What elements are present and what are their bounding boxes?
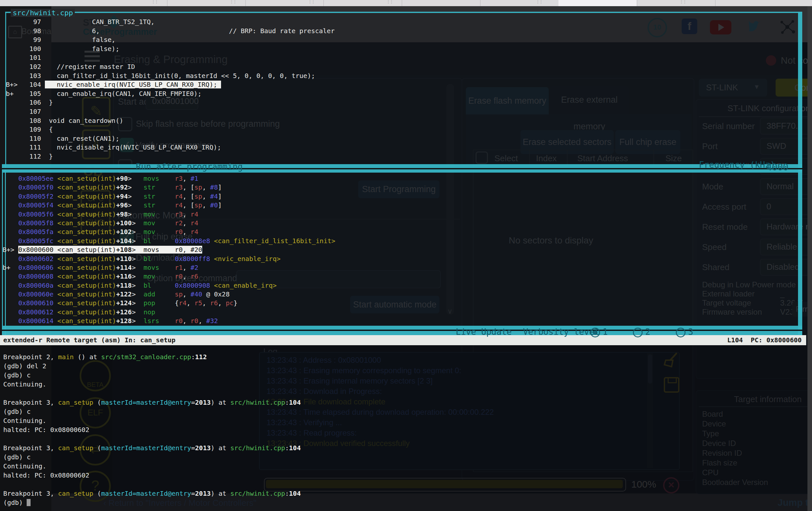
separator-band-1 <box>2 164 802 168</box>
asm-line: 0x80005fa <can_setup(int)+102> mov r0, r… <box>3 228 336 236</box>
console-line: (gdb) c <box>3 371 301 380</box>
asm-line: b+ 0x8000606 <can_setup(int)+114> movs r… <box>3 263 336 272</box>
source-line: 99 false, <box>6 35 335 45</box>
windows-right-border <box>798 12 802 335</box>
tab-drag-handle-icon[interactable]: ⋮⋮ <box>151 0 158 4</box>
gdb-tui-terminal: src/hwinit.cpp 97 CAN_BTR_TS2_1TQ, 98 6,… <box>0 0 812 511</box>
source-window-top-border <box>5 12 802 13</box>
browser-scrollbar[interactable] <box>808 6 812 511</box>
asm-line: B+> 0x8000600 <can_setup(int)+108> movs … <box>3 246 336 254</box>
verbosity-level-3: 3 <box>688 327 693 337</box>
screen: ⋮⋮⋮⋮⋮⋮⋮⋮⋮⋮⋮⋮ ⌂ Bookma STM32 CubeProgramm… <box>0 0 812 511</box>
verbosity-radio-1[interactable] <box>590 328 600 337</box>
asm-line: 0x80005ee <can_setup(int)+90> movs r3, #… <box>3 174 336 183</box>
console-line: Continuing. <box>3 416 301 425</box>
tab-drag-handle-icon[interactable]: ⋮⋮ <box>536 0 542 4</box>
source-line: 106 } <box>6 98 335 107</box>
asm-line: 0x80005f2 <can_setup(int)+94> str r4, [s… <box>3 192 336 201</box>
live-update-label[interactable]: Live Update <box>456 327 512 337</box>
source-line: 100 false); <box>6 45 335 54</box>
console-line: (gdb) c <box>3 407 301 416</box>
verbosity-level-2: 2 <box>645 327 650 337</box>
text-cursor <box>27 499 31 506</box>
asm-line: 0x80005f6 <can_setup(int)+98> mov r3, r4 <box>3 210 336 219</box>
console-line: halted: PC: 0x08000602 <box>3 425 301 434</box>
asm-line: 0x80005f4 <can_setup(int)+96> str r4, [s… <box>3 201 336 210</box>
source-line: 103 can_filter_id_list_16bit_init(0, mas… <box>6 72 335 81</box>
tab-drag-handle-icon[interactable]: ⋮⋮ <box>386 0 393 4</box>
verbosity-level-1: 1 <box>603 327 608 337</box>
asm-line: 0x8000602 <can_setup(int)+110> bl 0x8000… <box>3 255 336 263</box>
gdb-console[interactable]: Breakpoint 2, main () at src/stm32_canlo… <box>0 352 301 507</box>
source-line: 102 //register master ID <box>6 62 335 72</box>
asm-line: 0x80005f8 <can_setup(int)+100> mov r2, r… <box>3 219 336 228</box>
gdb-status-bar: extended-r Remote target (asm) In: can_s… <box>0 335 806 345</box>
console-line: Continuing. <box>3 380 301 389</box>
source-window-title: src/hwinit.cpp <box>11 9 75 17</box>
browser-tab-strip[interactable]: ⋮⋮⋮⋮⋮⋮⋮⋮⋮⋮⋮⋮ <box>0 0 812 6</box>
console-line: Breakpoint 3, can_setup (masterId=master… <box>3 444 301 453</box>
asm-line: 0x8000612 <can_setup(int)+126> nop <box>3 308 336 317</box>
status-target-info: extended-r Remote target (asm) In: can_s… <box>3 335 176 345</box>
source-line: 107 <box>6 107 335 116</box>
status-line-pc: L104 PC: 0x8000600 <box>727 335 802 345</box>
console-line <box>3 480 301 489</box>
console-line: (gdb) c <box>3 453 301 462</box>
source-line: 109 { <box>6 125 335 134</box>
console-line: Breakpoint 3, can_setup (masterId=master… <box>3 398 301 407</box>
source-line: B+> 104 nvic_enable_irq(NVIC_USB_LP_CAN_… <box>6 80 335 89</box>
console-line <box>3 434 301 444</box>
frequency-label-onband: Frequency (kHz) <box>699 160 775 170</box>
verbosity-label: Verbosity level <box>523 327 600 337</box>
console-line: Continuing. <box>3 462 301 471</box>
asm-line: 0x80005fc <can_setup(int)+104> bl 0x8000… <box>3 237 336 246</box>
tab-drag-handle-icon[interactable]: ⋮⋮ <box>230 0 236 4</box>
source-code: 97 CAN_BTR_TS2_1TQ, 98 6, // BRP: Baud r… <box>0 18 335 161</box>
source-line: 108 void can_teardown() <box>6 116 335 125</box>
console-line <box>3 389 301 398</box>
asm-line: 0x800060a <can_setup(int)+118> bl 0x8000… <box>3 281 336 290</box>
asm-line: 0x8000608 <can_setup(int)+116> mov r0, r… <box>3 272 336 281</box>
console-line: halted: PC: 0x08000602 <box>3 471 301 480</box>
asm-line: 0x800060e <can_setup(int)+122> add sp, #… <box>3 290 336 299</box>
disassembly: 0x80005ee <can_setup(int)+90> movs r3, #… <box>0 174 336 326</box>
verbosity-radio-2[interactable] <box>633 328 643 337</box>
asm-line: 0x8000610 <can_setup(int)+124> pop {r4, … <box>3 299 336 308</box>
console-line: Breakpoint 2, main () at src/stm32_canlo… <box>3 352 301 362</box>
source-line: 101 <box>6 53 335 62</box>
separator-band-2 <box>2 169 802 173</box>
source-line: b+ 105 can_enable_irq(CAN1, CAN_IER_FMPI… <box>6 89 335 98</box>
console-line: (gdb) del 2 <box>3 362 301 371</box>
source-line: 98 6, // BRP: Baud rate prescaler <box>6 27 335 36</box>
run-after-programming-label: Run after programming <box>136 162 243 172</box>
asm-line: 0x80005f0 <can_setup(int)+92> str r3, [s… <box>3 183 336 192</box>
asm-line: 0x8000614 <can_setup(int)+128> lsrs r0, … <box>3 317 336 325</box>
source-line: 111 nvic_disable_irq(NVIC_USB_LP_CAN_RX0… <box>6 143 335 152</box>
verbosity-radio-3[interactable] <box>676 328 686 337</box>
tab-drag-handle-icon[interactable]: ⋮⋮ <box>679 0 686 4</box>
console-line: (gdb) <box>3 498 301 507</box>
tab-drag-handle-icon[interactable]: ⋮⋮ <box>308 0 314 4</box>
source-line: 112 } <box>6 152 335 161</box>
frequency-value-onband: 4000 <box>766 162 788 173</box>
console-line: Breakpoint 3, can_setup (masterId=master… <box>3 489 301 498</box>
source-line: 97 CAN_BTR_TS2_1TQ, <box>6 18 335 27</box>
source-line: 110 can_reset(CAN1); <box>6 134 335 143</box>
